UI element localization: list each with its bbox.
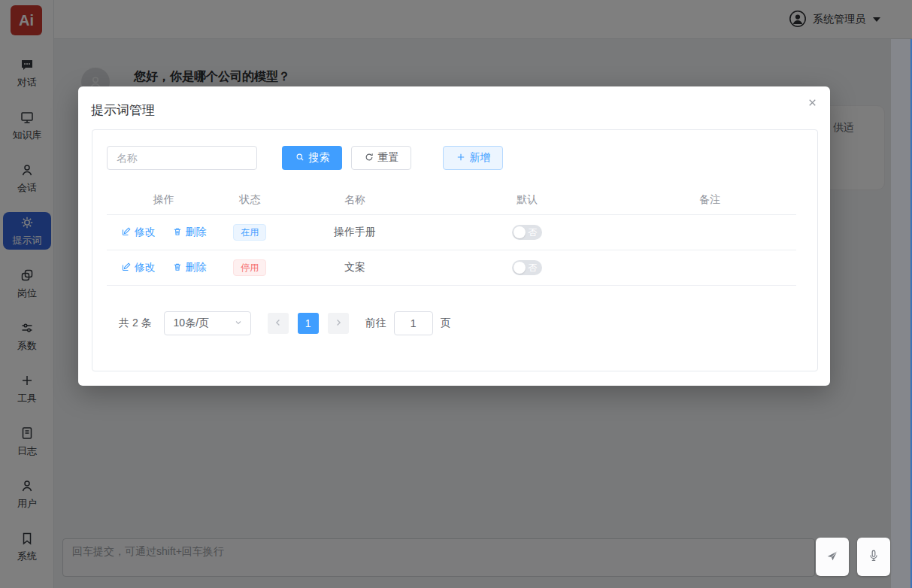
column-header: 备注 <box>624 193 796 207</box>
edit-link[interactable]: 修改 <box>121 261 156 274</box>
microphone-icon <box>867 549 880 565</box>
add-button-label: 新增 <box>470 151 491 165</box>
reset-button[interactable]: 重置 <box>351 146 411 170</box>
search-button-label: 搜索 <box>309 151 330 165</box>
page-size-value: 10条/页 <box>174 317 209 330</box>
name-search-input[interactable] <box>107 146 257 170</box>
trash-icon <box>172 226 183 239</box>
toggle-label: 否 <box>528 228 537 237</box>
delete-link[interactable]: 删除 <box>172 261 207 274</box>
delete-link[interactable]: 删除 <box>172 226 207 239</box>
edit-link[interactable]: 修改 <box>121 226 156 239</box>
default-toggle[interactable]: 否 <box>512 260 542 275</box>
search-button[interactable]: 搜索 <box>282 146 342 170</box>
column-header: 状态 <box>220 193 279 207</box>
scrollbar[interactable] <box>891 39 912 588</box>
send-button[interactable] <box>816 538 849 576</box>
table-row: 修改 删除 在用 操作手册 否 <box>107 215 796 250</box>
trash-icon <box>172 262 183 274</box>
page-unit-label: 页 <box>441 317 451 330</box>
column-header: 操作 <box>107 193 220 207</box>
search-icon <box>295 152 305 165</box>
refresh-icon <box>364 152 374 165</box>
prompt-name: 文案 <box>279 261 431 274</box>
edit-icon <box>121 262 132 274</box>
pagination: 共 2 条 10条/页 1 前往 页 <box>119 311 451 335</box>
table-row: 修改 删除 停用 文案 否 <box>107 250 796 286</box>
mic-button[interactable] <box>857 538 890 576</box>
total-count: 共 2 条 <box>119 317 152 330</box>
chevron-left-icon <box>273 317 283 330</box>
prev-page-button[interactable] <box>268 313 289 334</box>
page-number-button[interactable]: 1 <box>298 313 319 334</box>
next-page-button[interactable] <box>328 313 349 334</box>
status-badge: 停用 <box>233 259 266 276</box>
chevron-right-icon <box>333 317 344 330</box>
app: Ai 对话 知识库 会话 提示词 岗位 <box>0 0 912 588</box>
goto-label: 前往 <box>365 317 386 330</box>
add-button[interactable]: 新增 <box>443 146 503 170</box>
column-header: 默认 <box>431 193 624 207</box>
plus-icon <box>456 152 466 165</box>
paper-plane-icon <box>826 549 839 565</box>
prompt-name: 操作手册 <box>279 226 431 239</box>
dialog-panel: 搜索 重置 新增 操作 状态 名称 默认 备注 <box>92 129 818 371</box>
reset-button-label: 重置 <box>378 151 399 165</box>
close-icon[interactable] <box>807 97 818 111</box>
toggle-label: 否 <box>528 263 537 272</box>
table-header-row: 操作 状态 名称 默认 备注 <box>107 185 796 215</box>
prompt-management-dialog: 提示词管理 搜索 重置 新增 操作 状态 <box>78 86 830 386</box>
toggle-knob <box>514 262 526 274</box>
prompt-table: 操作 状态 名称 默认 备注 修改 删除 <box>107 185 796 286</box>
page-size-select[interactable]: 10条/页 <box>164 311 251 335</box>
default-toggle[interactable]: 否 <box>512 225 542 240</box>
edit-icon <box>121 226 132 239</box>
status-badge: 在用 <box>233 224 266 241</box>
chevron-down-icon <box>234 317 243 329</box>
goto-page-input[interactable] <box>394 311 433 335</box>
dialog-title: 提示词管理 <box>91 102 155 119</box>
toggle-knob <box>514 226 526 238</box>
column-header: 名称 <box>279 193 431 207</box>
